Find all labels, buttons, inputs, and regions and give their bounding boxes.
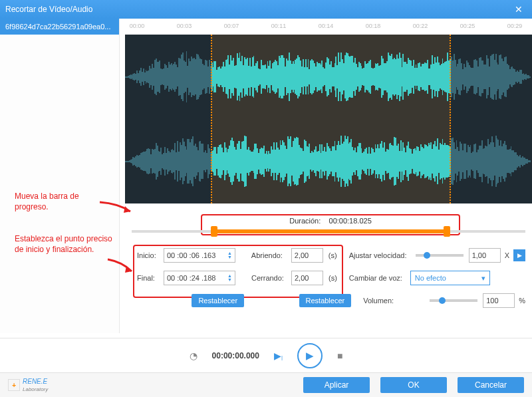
ruler-tick: 00:11 [267,23,291,33]
playhead-time: 00:00:00.000 [212,351,259,360]
final-label: Final: [137,274,164,282]
titlebar: Recortar de Vídeo/Audio ✕ [0,0,532,19]
ruler-tick: 00:03 [172,23,196,33]
ruler-tick: 00:29 [503,23,527,33]
ruler-tick: 00:25 [456,23,479,33]
annotation-text-2: Establezca el punto preciso de inicio y … [15,234,121,255]
arrow-icon [106,258,136,275]
close-icon[interactable]: ✕ [511,4,527,15]
time-ruler: 00:0000:0300:0700:1100:1400:1800:2200:25… [125,23,527,33]
inicio-input[interactable]: 00 :00 :06 .163 ▲▼ [164,248,235,263]
selection-region[interactable] [211,35,451,203]
play-button[interactable]: ▶ [297,343,323,368]
speed-input[interactable]: 1,00 [469,248,501,263]
seconds-unit: (s) [329,274,337,282]
volume-label: Volumen: [363,297,424,305]
arrow-icon [98,201,134,217]
cerrando-input[interactable]: 2,00 [291,271,323,285]
ruler-tick: 00:00 [125,23,149,33]
ruler-tick: 00:07 [219,23,243,33]
ruler-tick: 00:14 [314,23,338,33]
file-list-item[interactable]: 6f98624d7ca22b56291a09ea0... [0,19,119,35]
skip-icon[interactable]: ▶| [274,350,283,361]
abriendo-label: Abriendo: [251,251,291,259]
abriendo-input[interactable]: 2,00 [291,248,323,263]
reset-fade-button[interactable]: Restablecer [299,294,352,307]
logo-icon: + [8,379,20,391]
voice-label: Cambiar de voz: [349,274,410,282]
inicio-label: Inicio: [137,251,164,259]
trim-handle-end[interactable] [444,226,450,237]
voice-select[interactable]: No efecto ▾ [410,271,490,285]
trim-handle-start[interactable] [211,226,217,237]
spinner-icon[interactable]: ▲▼ [227,251,232,259]
ruler-tick: 00:18 [361,23,385,33]
reset-time-button[interactable]: Restablecer [192,294,244,307]
seconds-unit: (s) [329,251,337,259]
ok-button[interactable]: OK [380,377,447,393]
volume-unit: % [519,297,525,305]
cerrando-label: Cerrando: [251,274,291,282]
ruler-tick: 00:22 [408,23,432,33]
duration-bar: Duración: 00:00:18.025 [202,215,459,230]
volume-input[interactable]: 100 [483,293,515,308]
sidebar: 6f98624d7ca22b56291a09ea0... [0,19,120,333]
speed-label: Ajustar velocidad: [349,251,410,259]
window-title: Recortar de Vídeo/Audio [5,5,92,14]
speed-slider[interactable] [416,254,464,257]
brand-logo: + RENE.ELaboratory [8,378,48,392]
spinner-icon[interactable]: ▲▼ [227,274,232,282]
transport-bar: ◔ 00:00:00.000 ▶| ▶ ■ [0,338,532,372]
apply-button[interactable]: Aplicar [303,377,370,393]
stop-button[interactable]: ■ [337,350,342,361]
clock-icon[interactable]: ◔ [190,350,198,361]
play-icon[interactable]: ▶ [513,249,525,261]
duration-value: 00:00:18.025 [329,217,372,225]
final-input[interactable]: 00 :00 :24 .188 ▲▼ [164,271,235,285]
duration-label: Duración: [289,217,321,225]
trim-range[interactable] [214,229,446,233]
trim-slider[interactable] [132,230,525,233]
chevron-down-icon: ▾ [481,274,485,283]
footer: + RENE.ELaboratory Aplicar OK Cancelar [0,372,532,397]
annotation-text-1: Mueva la barra de progreso. [15,192,101,212]
volume-slider[interactable] [430,299,477,302]
cancel-button[interactable]: Cancelar [458,377,524,393]
waveform[interactable] [125,35,532,203]
speed-unit: X [505,251,509,259]
